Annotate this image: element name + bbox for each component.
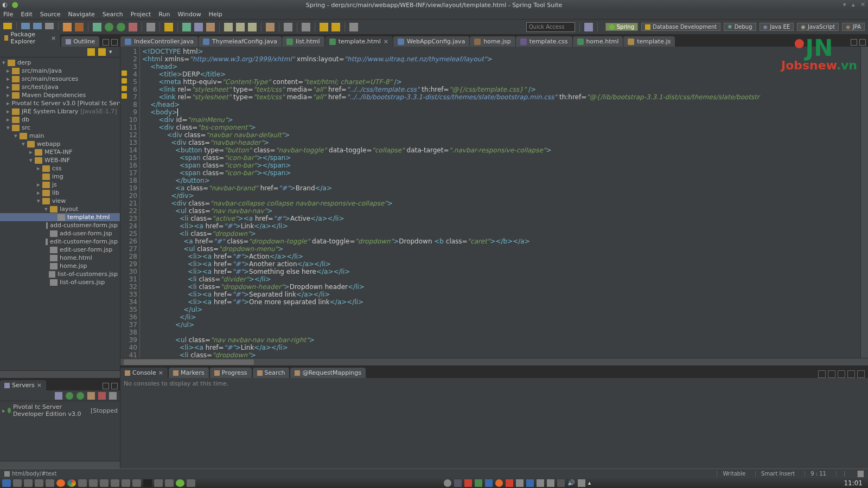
tree-node[interactable]: ▸lib [0, 189, 120, 197]
tray-icon[interactable] [506, 479, 513, 487]
perspective-spring[interactable]: Spring [605, 23, 638, 31]
perspective-javascript[interactable]: ◉JavaScript [797, 23, 839, 31]
editor-tab[interactable]: home.jsp [470, 36, 515, 47]
perspective-javaee[interactable]: ◉Java EE [760, 23, 794, 31]
tree-node[interactable]: list-of-users.jsp [0, 278, 120, 286]
bottom-tab[interactable]: @RequestMappings [290, 368, 366, 378]
tray-icon[interactable] [537, 479, 544, 487]
maximize-view-icon[interactable] [111, 39, 118, 46]
editor-tab[interactable]: IndexController.java [120, 36, 198, 47]
task-icon[interactable] [165, 479, 174, 487]
tree-node[interactable]: home.jsp [0, 262, 120, 270]
expand-arrow-icon[interactable]: ▾ [44, 206, 50, 213]
expand-arrow-icon[interactable]: ▸ [7, 116, 12, 123]
warning-marker-icon[interactable] [122, 93, 127, 99]
tree-node[interactable]: ▾layout [0, 205, 120, 213]
horizontal-scrollbar[interactable] [0, 461, 120, 468]
tree-node[interactable]: img [0, 172, 120, 181]
tray-expand-icon[interactable]: ▴ [588, 479, 596, 487]
wand-icon[interactable] [224, 23, 233, 31]
tree-node[interactable]: ▾main [0, 132, 120, 140]
tab-package-explorer[interactable]: Package Explorer × [0, 29, 60, 47]
editor-tab[interactable]: template.html× [325, 36, 393, 47]
expand-arrow-icon[interactable]: ▾ [14, 132, 20, 139]
task-icon[interactable] [122, 479, 130, 487]
task-icon[interactable] [187, 479, 195, 487]
expand-arrow-icon[interactable]: ▾ [22, 140, 27, 147]
tree-node[interactable]: ▸db [0, 115, 120, 124]
expand-arrow-icon[interactable]: ▸ [7, 100, 10, 107]
tree-node[interactable]: list-of-customers.jsp [0, 270, 120, 278]
relaunch-icon[interactable] [63, 23, 72, 31]
menu-project[interactable]: Project [131, 11, 151, 18]
warning-marker-icon[interactable] [122, 70, 127, 76]
expand-arrow-icon[interactable]: ▸ [37, 181, 42, 188]
app-menu-icon[interactable]: ◐ [2, 1, 8, 8]
perspective-database[interactable]: Database Development [641, 23, 720, 31]
task-icon[interactable] [154, 479, 163, 487]
expand-arrow-icon[interactable]: ▸ [7, 67, 12, 74]
status-menu-icon[interactable]: ⋮ [836, 471, 847, 477]
expand-arrow-icon[interactable]: ▸ [37, 165, 42, 172]
pin-icon[interactable] [349, 23, 358, 31]
tree-node[interactable]: ▸src/test/java [0, 83, 120, 91]
debug-server-icon[interactable] [76, 392, 84, 400]
run-last-icon[interactable] [117, 23, 125, 31]
search-icon[interactable] [266, 23, 275, 31]
kde-start-icon[interactable] [2, 479, 11, 487]
minimize-icon[interactable]: ▾ [843, 1, 848, 7]
heap-status-icon[interactable] [857, 471, 864, 477]
tray-icon[interactable] [495, 479, 503, 487]
open-type-icon[interactable] [164, 23, 173, 31]
bottom-tab[interactable]: Progress [210, 368, 252, 378]
tree-node[interactable]: add-user-form.jsp [0, 229, 120, 237]
editor-tab[interactable]: ThymeleafConfig.java [199, 36, 282, 47]
start-server-icon[interactable] [66, 392, 73, 400]
expand-arrow-icon[interactable]: ▸ [7, 108, 12, 115]
tree-node[interactable]: template.html [0, 213, 120, 221]
code-area[interactable]: <!DOCTYPE html> <html xmlns="http://www.… [140, 47, 860, 358]
quick-access-input[interactable]: Quick Access [526, 22, 575, 32]
editor-tab[interactable]: list.html [282, 36, 324, 47]
bottom-tab[interactable]: Console× [120, 368, 168, 378]
tray-icon[interactable] [485, 479, 493, 487]
menu-file[interactable]: File [3, 11, 13, 18]
tree-node[interactable]: home.html [0, 254, 120, 262]
tree-root[interactable]: ▾derp [0, 59, 120, 67]
tray-icon[interactable] [578, 479, 585, 487]
tree-node[interactable]: edit-customer-form.jsp [0, 237, 120, 246]
minimize-view-icon[interactable] [103, 383, 109, 389]
profile-server-icon[interactable] [87, 392, 95, 400]
editor-tab[interactable]: template.js [623, 36, 675, 47]
tray-icon[interactable] [557, 479, 565, 487]
tray-icon[interactable] [475, 479, 482, 487]
task-icon[interactable] [46, 479, 54, 487]
external-tools-icon[interactable] [129, 23, 137, 31]
link-editor-icon[interactable] [98, 48, 106, 56]
new-xml-icon[interactable] [194, 23, 203, 31]
tree-node[interactable]: ▸src/main/java [0, 67, 120, 75]
maximize-view-icon[interactable] [859, 39, 866, 46]
forward-icon[interactable] [331, 23, 340, 31]
bottom-tab[interactable]: Search [253, 368, 290, 378]
spring-boot-icon[interactable] [75, 23, 84, 31]
new-server-icon[interactable] [146, 23, 155, 31]
open-console-icon[interactable] [838, 370, 845, 378]
back-icon[interactable] [320, 23, 328, 31]
tree-node[interactable]: ▸Pivotal tc Server v3.0 [Pivotal tc Serv… [0, 99, 120, 107]
next-annotation-icon[interactable] [302, 23, 310, 31]
new-server-icon[interactable] [55, 392, 62, 400]
tray-icon[interactable] [454, 479, 462, 487]
tray-icon[interactable] [444, 479, 451, 487]
tray-icon[interactable] [526, 479, 534, 487]
close-icon[interactable]: × [51, 35, 56, 42]
tree-node[interactable]: ▸JRE System Library[JavaSE-1.7] [0, 107, 120, 115]
horizontal-scrollbar[interactable] [0, 370, 120, 378]
debug-icon[interactable] [93, 23, 101, 31]
perspective-jpa[interactable]: ◉JPA [842, 23, 865, 31]
spring-tool-icon[interactable] [176, 479, 184, 487]
tree-node[interactable]: add-customer-form.jsp [0, 221, 120, 229]
wand2-icon[interactable] [236, 23, 245, 31]
menu-run[interactable]: Run [158, 11, 170, 18]
maximize-view-icon[interactable] [857, 370, 865, 378]
